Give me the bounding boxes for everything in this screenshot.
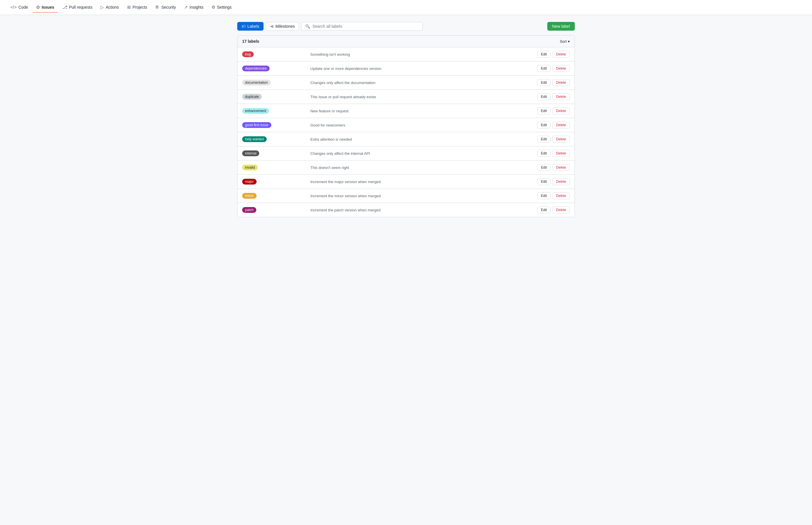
nav-insights[interactable]: ↗ Insights bbox=[181, 2, 207, 13]
delete-button[interactable]: Delete bbox=[552, 93, 570, 100]
label-actions: Edit Delete bbox=[537, 192, 570, 199]
pull-request-icon: ⎇ bbox=[62, 5, 67, 10]
milestones-button[interactable]: ⊲ Milestones bbox=[266, 22, 299, 31]
label-badge-col: documentation bbox=[242, 80, 306, 86]
delete-button[interactable]: Delete bbox=[552, 192, 570, 199]
label-badge-col: help wanted bbox=[242, 136, 306, 142]
label-description: Good for newcomers bbox=[310, 123, 533, 127]
edit-button[interactable]: Edit bbox=[537, 93, 551, 100]
table-row: documentation Changes only affect the do… bbox=[238, 76, 574, 90]
label-badge: documentation bbox=[242, 80, 271, 86]
edit-button[interactable]: Edit bbox=[537, 178, 551, 185]
nav-settings[interactable]: ⚙ Settings bbox=[208, 2, 235, 13]
label-badge-col: major bbox=[242, 179, 306, 184]
label-badge-col: enhancement bbox=[242, 108, 306, 114]
labels-container: 17 labels Sort ▾ bug Something isn't wor… bbox=[237, 35, 575, 217]
label-badge: duplicate bbox=[242, 94, 262, 100]
edit-button[interactable]: Edit bbox=[537, 207, 551, 213]
edit-button[interactable]: Edit bbox=[537, 107, 551, 114]
labels-toolbar: 🏷 Labels ⊲ Milestones 🔍 New label bbox=[237, 22, 575, 31]
label-badge: invalid bbox=[242, 165, 258, 170]
table-row: good first issue Good for newcomers Edit… bbox=[238, 118, 574, 132]
nav-issues[interactable]: ⊙ Issues bbox=[33, 2, 58, 13]
delete-button[interactable]: Delete bbox=[552, 136, 570, 142]
label-badge: good first issue bbox=[242, 122, 271, 128]
edit-button[interactable]: Edit bbox=[537, 65, 551, 72]
table-row: enhancement New feature or request Edit … bbox=[238, 104, 574, 118]
sort-button[interactable]: Sort ▾ bbox=[560, 39, 570, 44]
issues-icon: ⊙ bbox=[36, 5, 40, 10]
label-badge: bug bbox=[242, 51, 254, 57]
table-row: duplicate This issue or pull request alr… bbox=[238, 90, 574, 104]
edit-button[interactable]: Edit bbox=[537, 79, 551, 86]
table-row: invalid This doesn't seem right Edit Del… bbox=[238, 161, 574, 175]
label-description: New feature or request bbox=[310, 109, 533, 113]
edit-button[interactable]: Edit bbox=[537, 51, 551, 58]
label-badge-col: invalid bbox=[242, 165, 306, 170]
label-description: This doesn't seem right bbox=[310, 165, 533, 170]
labels-button[interactable]: 🏷 Labels bbox=[237, 22, 264, 31]
label-actions: Edit Delete bbox=[537, 150, 570, 157]
label-actions: Edit Delete bbox=[537, 207, 570, 213]
edit-button[interactable]: Edit bbox=[537, 150, 551, 157]
nav-security[interactable]: ⛨ Security bbox=[152, 2, 179, 12]
label-badge: enhancement bbox=[242, 108, 269, 114]
labels-count: 17 labels bbox=[242, 39, 259, 44]
search-input[interactable] bbox=[312, 24, 419, 29]
label-badge: dependencies bbox=[242, 65, 270, 71]
security-icon: ⛨ bbox=[155, 5, 160, 10]
delete-button[interactable]: Delete bbox=[552, 207, 570, 213]
delete-button[interactable]: Delete bbox=[552, 79, 570, 86]
table-row: bug Something isn't working Edit Delete bbox=[238, 47, 574, 61]
label-badge-col: bug bbox=[242, 51, 306, 57]
label-description: Extra attention is needed bbox=[310, 137, 533, 141]
table-row: internal Changes only affect the interna… bbox=[238, 146, 574, 161]
settings-icon: ⚙ bbox=[211, 5, 215, 10]
label-badge-col: duplicate bbox=[242, 94, 306, 100]
nav-actions[interactable]: ▷ Actions bbox=[97, 2, 122, 13]
delete-button[interactable]: Delete bbox=[552, 51, 570, 58]
label-description: Something isn't working bbox=[310, 52, 533, 57]
label-badge: help wanted bbox=[242, 136, 267, 142]
label-badge: internal bbox=[242, 150, 259, 156]
table-row: major Increment the major version when m… bbox=[238, 175, 574, 189]
label-badge-col: good first issue bbox=[242, 122, 306, 128]
table-row: help wanted Extra attention is needed Ed… bbox=[238, 132, 574, 146]
label-badge: minor bbox=[242, 193, 256, 199]
navigation-bar: </> Code ⊙ Issues ⎇ Pull requests ▷ Acti… bbox=[0, 0, 812, 15]
table-row: patch Increment the patch version when m… bbox=[238, 203, 574, 217]
new-label-button[interactable]: New label bbox=[547, 22, 575, 31]
label-actions: Edit Delete bbox=[537, 51, 570, 58]
label-description: Increment the major version when merged bbox=[310, 180, 533, 184]
label-actions: Edit Delete bbox=[537, 65, 570, 72]
table-row: minor Increment the minor version when m… bbox=[238, 189, 574, 203]
label-actions: Edit Delete bbox=[537, 122, 570, 129]
edit-button[interactable]: Edit bbox=[537, 136, 551, 142]
label-description: Increment the minor version when merged bbox=[310, 194, 533, 198]
delete-button[interactable]: Delete bbox=[552, 150, 570, 157]
edit-button[interactable]: Edit bbox=[537, 164, 551, 171]
delete-button[interactable]: Delete bbox=[552, 107, 570, 114]
delete-button[interactable]: Delete bbox=[552, 122, 570, 129]
projects-icon: ⊞ bbox=[127, 5, 131, 10]
main-content: 🏷 Labels ⊲ Milestones 🔍 New label 17 lab… bbox=[233, 15, 579, 224]
delete-button[interactable]: Delete bbox=[552, 178, 570, 185]
label-actions: Edit Delete bbox=[537, 178, 570, 185]
edit-button[interactable]: Edit bbox=[537, 192, 551, 199]
label-description: Update one or more dependencies version bbox=[310, 66, 533, 71]
label-description: Changes only affect the documentation bbox=[310, 80, 533, 85]
nav-pull-requests[interactable]: ⎇ Pull requests bbox=[59, 2, 96, 13]
label-badge-col: internal bbox=[242, 150, 306, 156]
delete-button[interactable]: Delete bbox=[552, 65, 570, 72]
edit-button[interactable]: Edit bbox=[537, 122, 551, 129]
delete-button[interactable]: Delete bbox=[552, 164, 570, 171]
label-actions: Edit Delete bbox=[537, 93, 570, 100]
label-icon: 🏷 bbox=[241, 24, 246, 29]
milestone-icon: ⊲ bbox=[270, 24, 274, 29]
label-actions: Edit Delete bbox=[537, 79, 570, 86]
labels-header: 17 labels Sort ▾ bbox=[238, 35, 574, 47]
nav-code[interactable]: </> Code bbox=[7, 2, 31, 12]
label-badge: major bbox=[242, 179, 256, 184]
label-badge-col: patch bbox=[242, 207, 306, 213]
nav-projects[interactable]: ⊞ Projects bbox=[124, 2, 151, 13]
